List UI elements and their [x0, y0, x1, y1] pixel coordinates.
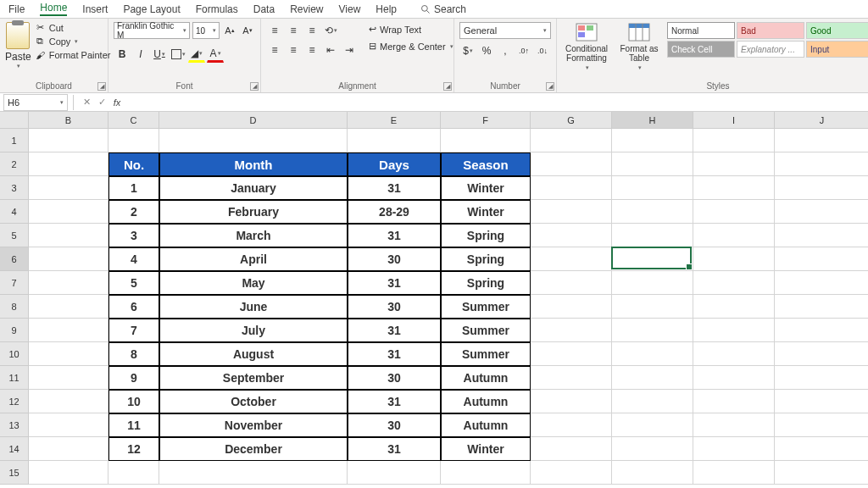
cell-J9[interactable] — [775, 319, 868, 342]
row-header-4[interactable]: 4 — [0, 200, 29, 224]
cancel-formula-button[interactable]: ✕ — [79, 95, 94, 110]
cell-G6[interactable] — [531, 247, 612, 271]
font-launcher[interactable]: ◢ — [250, 82, 259, 91]
increase-font-button[interactable]: A▴ — [222, 22, 237, 39]
decrease-indent-button[interactable]: ⇤ — [322, 42, 339, 58]
cell-D10[interactable]: August — [159, 342, 348, 366]
cell-E12[interactable]: 31 — [348, 390, 441, 413]
cell-G13[interactable] — [531, 413, 612, 437]
cell-B8[interactable] — [29, 295, 108, 319]
cell-F10[interactable]: Summer — [441, 342, 531, 366]
align-middle-button[interactable]: ≡ — [285, 22, 302, 39]
cell-G12[interactable] — [531, 390, 612, 413]
cell-C13[interactable]: 11 — [108, 413, 159, 437]
cell-C14[interactable]: 12 — [108, 437, 159, 461]
cell-D9[interactable]: July — [159, 319, 348, 342]
cell-J8[interactable] — [775, 295, 868, 319]
cell-H10[interactable] — [612, 342, 693, 366]
cell-J13[interactable] — [775, 413, 868, 437]
cell-B11[interactable] — [29, 366, 108, 390]
row-header-12[interactable]: 12 — [0, 390, 29, 413]
column-header-E[interactable]: E — [348, 112, 441, 129]
font-color-button[interactable]: A▾ — [207, 46, 224, 63]
accounting-format-button[interactable]: $▾ — [459, 42, 476, 59]
cell-F3[interactable]: Winter — [441, 176, 531, 200]
cell-G4[interactable] — [531, 200, 612, 224]
cell-H8[interactable] — [612, 295, 693, 319]
cell-E2[interactable]: Days — [348, 152, 441, 176]
column-header-I[interactable]: I — [693, 112, 775, 129]
style-input[interactable]: Input — [806, 41, 868, 58]
row-header-14[interactable]: 14 — [0, 437, 29, 461]
cell-I1[interactable] — [693, 129, 775, 152]
cell-J1[interactable] — [775, 129, 868, 152]
cell-D13[interactable]: November — [159, 413, 348, 437]
align-top-button[interactable]: ≡ — [266, 22, 283, 39]
cell-J4[interactable] — [775, 200, 868, 224]
row-header-7[interactable]: 7 — [0, 271, 29, 295]
copy-button[interactable]: ⧉ Copy ▾ — [35, 36, 111, 47]
font-size-selector[interactable]: 10 ▾ — [192, 22, 220, 39]
cell-J7[interactable] — [775, 271, 868, 295]
underline-button[interactable]: U▾ — [151, 46, 168, 63]
menu-page-layout[interactable]: Page Layout — [123, 3, 180, 15]
cell-C2[interactable]: No. — [108, 152, 159, 176]
cell-J11[interactable] — [775, 366, 868, 390]
cell-I9[interactable] — [693, 319, 775, 342]
cell-I10[interactable] — [693, 342, 775, 366]
wrap-text-button[interactable]: ↩ Wrap Text — [366, 22, 456, 36]
column-header-J[interactable]: J — [775, 112, 868, 129]
row-header-13[interactable]: 13 — [0, 413, 29, 437]
menu-view[interactable]: View — [339, 3, 361, 15]
cell-J14[interactable] — [775, 437, 868, 461]
cell-B3[interactable] — [29, 176, 108, 200]
style-normal[interactable]: Normal — [667, 22, 735, 39]
row-header-9[interactable]: 9 — [0, 319, 29, 342]
format-painter-button[interactable]: 🖌 Format Painter — [35, 49, 111, 60]
cell-F1[interactable] — [441, 129, 531, 152]
formula-input[interactable] — [125, 94, 868, 111]
italic-button[interactable]: I — [132, 46, 149, 63]
cell-I2[interactable] — [693, 152, 775, 176]
row-header-11[interactable]: 11 — [0, 366, 29, 390]
cell-E1[interactable] — [348, 129, 441, 152]
cell-D7[interactable]: May — [159, 271, 348, 295]
cell-G11[interactable] — [531, 366, 612, 390]
insert-function-button[interactable]: fx — [109, 95, 125, 110]
cell-H2[interactable] — [612, 152, 693, 176]
cell-F13[interactable]: Autumn — [441, 413, 531, 437]
style-check-cell[interactable]: Check Cell — [667, 41, 735, 58]
cell-G5[interactable] — [531, 224, 612, 247]
cell-I12[interactable] — [693, 390, 775, 413]
cell-J6[interactable] — [775, 247, 868, 271]
cell-E4[interactable]: 28-29 — [348, 200, 441, 224]
row-header-15[interactable]: 15 — [0, 461, 29, 485]
enter-formula-button[interactable]: ✓ — [94, 95, 109, 110]
merge-center-button[interactable]: ⊟ Merge & Center ▾ — [366, 39, 456, 53]
menu-help[interactable]: Help — [376, 3, 397, 15]
align-right-button[interactable]: ≡ — [303, 42, 320, 58]
cell-B10[interactable] — [29, 342, 108, 366]
cell-G14[interactable] — [531, 437, 612, 461]
row-header-10[interactable]: 10 — [0, 342, 29, 366]
tell-me-search[interactable]: Search — [420, 3, 466, 15]
cell-E15[interactable] — [348, 461, 441, 485]
increase-decimal-button[interactable]: .0↑ — [515, 42, 532, 59]
cell-H12[interactable] — [612, 390, 693, 413]
cell-B2[interactable] — [29, 152, 108, 176]
cells-area[interactable]: No.MonthDaysSeason1January31Winter2Febru… — [29, 129, 868, 485]
style-explanatory[interactable]: Explanatory ... — [737, 41, 804, 58]
cell-G7[interactable] — [531, 271, 612, 295]
cell-E11[interactable]: 30 — [348, 366, 441, 390]
cell-J10[interactable] — [775, 342, 868, 366]
cell-E6[interactable]: 30 — [348, 247, 441, 271]
cut-button[interactable]: ✂ Cut — [35, 22, 111, 33]
percent-button[interactable]: % — [478, 42, 495, 59]
increase-indent-button[interactable]: ⇥ — [341, 42, 358, 58]
cell-E8[interactable]: 30 — [348, 295, 441, 319]
cell-H14[interactable] — [612, 437, 693, 461]
cell-F9[interactable]: Summer — [441, 319, 531, 342]
cell-F2[interactable]: Season — [441, 152, 531, 176]
orientation-button[interactable]: ⟲▾ — [322, 22, 339, 39]
cell-H7[interactable] — [612, 271, 693, 295]
